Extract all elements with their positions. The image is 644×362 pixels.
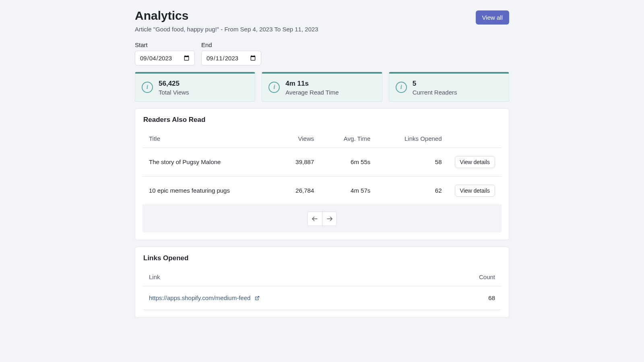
- view-details-button[interactable]: View details: [455, 156, 495, 168]
- end-date-label: End: [201, 41, 261, 48]
- col-actions: [448, 131, 502, 148]
- view-details-button[interactable]: View details: [455, 185, 495, 197]
- header-left: Analytics Article "Good food, happy pug!…: [135, 8, 318, 33]
- cell-avg-time: 4m 57s: [320, 176, 377, 205]
- pager-prev-button[interactable]: [308, 212, 322, 226]
- link-url[interactable]: https://apps.shopify.com/medium-feed: [149, 294, 250, 301]
- stat-text: 4m 11s Average Read Time: [285, 79, 339, 96]
- readers-table-footer: [142, 205, 502, 232]
- stat-label: Total Views: [159, 89, 189, 96]
- cell-actions: View details: [448, 176, 502, 205]
- cell-links-opened: 58: [377, 148, 448, 176]
- arrow-left-icon: [311, 215, 318, 222]
- info-icon: i: [142, 82, 153, 93]
- stat-text: 56,425 Total Views: [159, 79, 189, 96]
- links-table-wrap: Link Count https://apps.shopify.com/medi…: [142, 269, 502, 310]
- end-date-input[interactable]: [206, 54, 257, 62]
- page-header: Analytics Article "Good food, happy pug!…: [135, 8, 509, 33]
- table-row: 10 epic memes featuring pugs 26,784 4m 5…: [142, 176, 502, 205]
- stat-value: 4m 11s: [285, 79, 339, 88]
- col-count: Count: [433, 269, 502, 286]
- stat-value: 56,425: [159, 79, 189, 88]
- end-date-wrap[interactable]: [201, 51, 261, 66]
- external-link-icon: [255, 295, 260, 302]
- stat-label: Average Read Time: [285, 89, 339, 96]
- readers-also-read-card: Readers Also Read Title Views Avg. Time …: [135, 108, 509, 240]
- cell-views: 26,784: [276, 176, 320, 205]
- readers-table-wrap: Title Views Avg. Time Links Opened The s…: [142, 131, 502, 232]
- start-date-input[interactable]: [139, 54, 190, 62]
- stat-total-views: i 56,425 Total Views: [135, 72, 255, 102]
- pager: [307, 212, 337, 226]
- cell-link: https://apps.shopify.com/medium-feed: [142, 286, 433, 310]
- start-date-group: Start: [135, 41, 195, 66]
- links-section-heading: Links Opened: [143, 254, 502, 262]
- stat-current-readers: i 5 Current Readers: [389, 72, 509, 102]
- col-links-opened: Links Opened: [377, 131, 448, 148]
- cell-avg-time: 6m 55s: [320, 148, 377, 176]
- cell-views: 39,887: [276, 148, 320, 176]
- page-subtitle: Article "Good food, happy pug!" - From S…: [135, 26, 318, 33]
- readers-table: Title Views Avg. Time Links Opened The s…: [142, 131, 502, 205]
- stat-text: 5 Current Readers: [413, 79, 457, 96]
- cell-title: 10 epic memes featuring pugs: [142, 176, 276, 205]
- stat-avg-read-time: i 4m 11s Average Read Time: [262, 72, 382, 102]
- stat-label: Current Readers: [413, 89, 457, 96]
- cell-count: 68: [433, 286, 502, 310]
- date-filters: Start End: [135, 41, 509, 66]
- col-avg-time: Avg. Time: [320, 131, 377, 148]
- start-date-wrap[interactable]: [135, 51, 195, 66]
- col-title: Title: [142, 131, 276, 148]
- stats-row: i 56,425 Total Views i 4m 11s Average Re…: [135, 72, 509, 102]
- cell-actions: View details: [448, 148, 502, 176]
- view-all-button[interactable]: View all: [476, 10, 509, 25]
- info-icon: i: [396, 82, 407, 93]
- arrow-right-icon: [326, 215, 333, 222]
- cell-links-opened: 62: [377, 176, 448, 205]
- pager-next-button[interactable]: [322, 212, 336, 226]
- col-views: Views: [276, 131, 320, 148]
- col-link: Link: [142, 269, 433, 286]
- links-opened-card: Links Opened Link Count https://apps.sho…: [135, 247, 509, 318]
- table-row: https://apps.shopify.com/medium-feed 68: [142, 286, 502, 310]
- links-table: Link Count https://apps.shopify.com/medi…: [142, 269, 502, 310]
- page-title: Analytics: [135, 8, 318, 23]
- cell-title: The story of Pugsy Malone: [142, 148, 276, 176]
- table-row: The story of Pugsy Malone 39,887 6m 55s …: [142, 148, 502, 176]
- end-date-group: End: [201, 41, 261, 66]
- readers-section-heading: Readers Also Read: [143, 116, 502, 124]
- info-icon: i: [268, 82, 280, 93]
- stat-value: 5: [413, 79, 457, 88]
- analytics-page: Analytics Article "Good food, happy pug!…: [135, 0, 509, 330]
- svg-line-2: [257, 296, 259, 298]
- start-date-label: Start: [135, 41, 195, 48]
